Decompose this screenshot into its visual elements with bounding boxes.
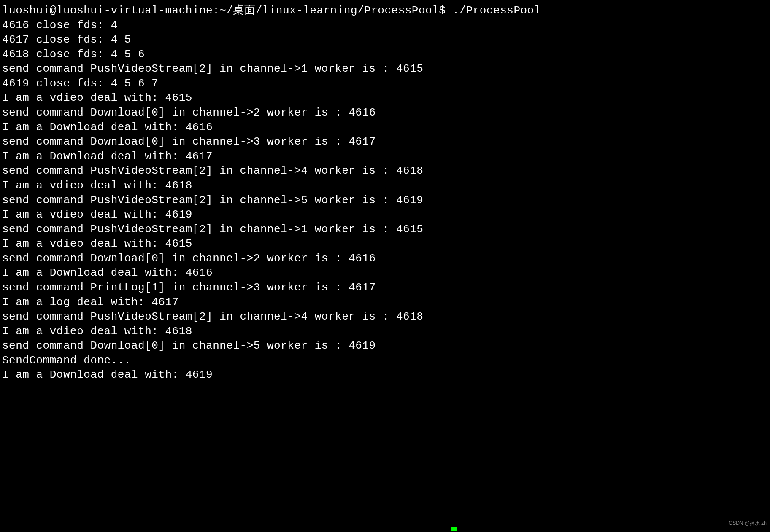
- terminal-output-line: I am a vdieo deal with: 4618: [2, 324, 768, 339]
- terminal-output-line: send command PrintLog[1] in channel->3 w…: [2, 280, 768, 295]
- terminal-output-line: send command Download[0] in channel->2 w…: [2, 105, 768, 120]
- terminal-output-line: 4619 close fds: 4 5 6 7: [2, 76, 768, 91]
- terminal-output-line: send command PushVideoStream[2] in chann…: [2, 62, 768, 76]
- terminal-output-line: send command PushVideoStream[2] in chann…: [2, 222, 768, 237]
- terminal-output-line: 4616 close fds: 4: [2, 18, 768, 33]
- terminal-output-line: I am a log deal with: 4617: [2, 295, 768, 310]
- watermark-text: CSDN @落水 zh: [729, 520, 767, 527]
- terminal-output-line: I am a vdieo deal with: 4615: [2, 91, 768, 105]
- terminal-output-line: send command PushVideoStream[2] in chann…: [2, 309, 768, 324]
- terminal-output[interactable]: luoshui@luoshui-virtual-machine:~/桌面/lin…: [2, 3, 768, 382]
- terminal-cursor: [451, 527, 457, 531]
- terminal-output-line: I am a vdieo deal with: 4615: [2, 236, 768, 251]
- terminal-output-line: I am a Download deal with: 4617: [2, 149, 768, 164]
- terminal-output-line: I am a vdieo deal with: 4618: [2, 178, 768, 193]
- terminal-output-line: 4618 close fds: 4 5 6: [2, 47, 768, 62]
- terminal-output-line: I am a vdieo deal with: 4619: [2, 207, 768, 222]
- terminal-output-line: SendCommand done...: [2, 353, 768, 368]
- terminal-output-line: I am a Download deal with: 4616: [2, 266, 768, 280]
- terminal-output-line: I am a Download deal with: 4616: [2, 120, 768, 135]
- terminal-output-line: send command Download[0] in channel->5 w…: [2, 339, 768, 353]
- terminal-prompt-line: luoshui@luoshui-virtual-machine:~/桌面/lin…: [2, 3, 768, 18]
- terminal-output-line: I am a Download deal with: 4619: [2, 368, 768, 382]
- terminal-output-line: send command PushVideoStream[2] in chann…: [2, 193, 768, 208]
- terminal-output-line: send command PushVideoStream[2] in chann…: [2, 164, 768, 178]
- terminal-output-line: 4617 close fds: 4 5: [2, 32, 768, 47]
- terminal-output-line: send command Download[0] in channel->2 w…: [2, 251, 768, 266]
- terminal-output-line: send command Download[0] in channel->3 w…: [2, 134, 768, 149]
